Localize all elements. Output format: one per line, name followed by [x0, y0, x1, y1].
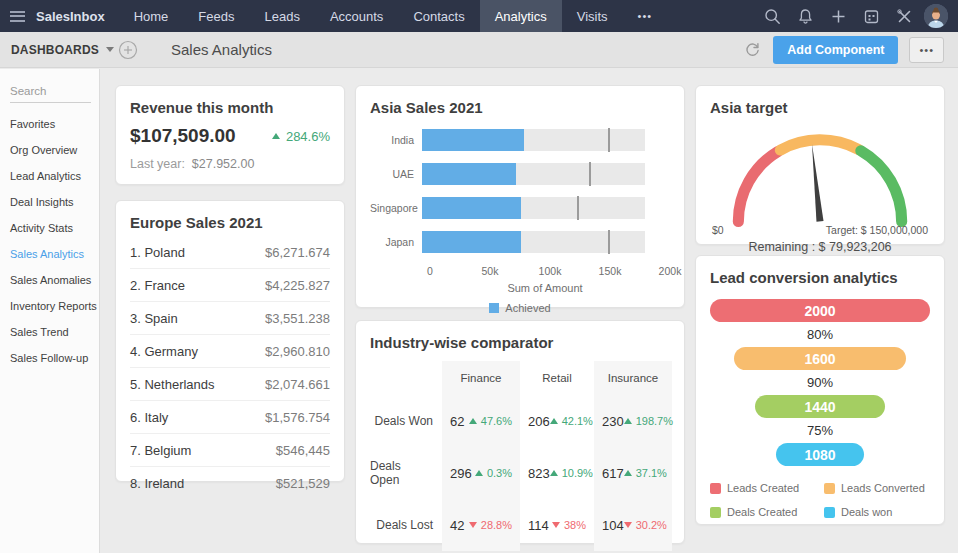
chevron-down-icon: [106, 47, 114, 52]
funnel-drop-pct: 80%: [807, 322, 833, 347]
bullet-row: India: [370, 129, 670, 151]
gauge-target-label: Target: $ 150,000,000: [826, 224, 928, 236]
comparator-cell: 10430.2%: [594, 499, 672, 551]
funnel-chart: 2000 80% 1600 90% 1440 75% 1080: [710, 299, 930, 466]
europe-sales-title: Europe Sales 2021: [130, 214, 330, 231]
asia-sales-card: Asia Sales 2021 India UAE Singapore Japa…: [355, 85, 685, 308]
country-value: $521,529: [276, 476, 330, 491]
up-arrow-icon: [475, 470, 483, 476]
legend-item: Leads Converted: [824, 482, 930, 494]
sidebar-item-sales-follow-up[interactable]: Sales Follow-up: [10, 345, 91, 371]
refresh-icon[interactable]: [744, 41, 762, 59]
country-value: $6,271.674: [265, 245, 330, 260]
bullet-track: [422, 197, 645, 219]
top-navbar: SalesInbox Home Feeds Leads Accounts Con…: [0, 0, 958, 32]
up-arrow-icon: [469, 418, 477, 424]
nav-item-contacts[interactable]: Contacts: [398, 0, 479, 32]
country-label: 4. Germany: [130, 344, 198, 359]
legend-item: Leads Created: [710, 482, 816, 494]
nav-item-leads[interactable]: Leads: [249, 0, 314, 32]
sidebar-item-sales-analytics[interactable]: Sales Analytics: [10, 241, 91, 267]
sidebar-item-favorites[interactable]: Favorites: [10, 111, 91, 137]
bullet-row: Japan: [370, 231, 670, 253]
country-label: 5. Netherlands: [130, 377, 215, 392]
revenue-last-year: Last year: $27.952.00: [130, 157, 330, 171]
sidebar-item-sales-anomalies[interactable]: Sales Anomalies: [10, 267, 91, 293]
bullet-chart: India UAE Singapore Japan 0 50k: [370, 129, 670, 314]
bullet-row: Singapore: [370, 197, 670, 219]
legend-label: Achieved: [505, 302, 550, 314]
search-input[interactable]: [10, 83, 91, 103]
bullet-fill: [422, 163, 516, 185]
table-row: 5. Netherlands$2,074.661: [130, 368, 330, 401]
bullet-track: [422, 231, 645, 253]
revenue-delta: 284.6%: [272, 129, 330, 144]
nav-item-accounts[interactable]: Accounts: [315, 0, 398, 32]
country-value: $4,225.827: [265, 278, 330, 293]
country-value: $546,445: [276, 443, 330, 458]
achieved-swatch: [489, 303, 499, 313]
add-component-button[interactable]: Add Component: [773, 36, 898, 64]
calendar-icon[interactable]: [858, 3, 884, 29]
category-label: India: [370, 134, 422, 146]
bullet-track: [422, 129, 645, 151]
funnel-stage-pill: 1080: [776, 443, 864, 466]
x-axis-label: Sum of Amount: [420, 282, 670, 294]
comparator-cell: 82310.9%: [520, 447, 594, 499]
lead-conversion-card: Lead conversion analytics 2000 80% 1600 …: [695, 255, 945, 525]
comparator-cell: 20642.1%: [520, 395, 594, 447]
sidebar-item-org-overview[interactable]: Org Overview: [10, 137, 91, 163]
nav-utility-icons: [759, 3, 958, 29]
funnel-legend-swatch: [710, 507, 721, 518]
dashboard-content: Revenue this month $107,509.00 284.6% La…: [100, 69, 958, 553]
legend-item: Deals Created: [710, 506, 816, 518]
comparator-cell: 4228.8%: [442, 499, 520, 551]
bullet-fill: [422, 231, 521, 253]
add-plus-icon[interactable]: [825, 3, 851, 29]
row-label: Deals Lost: [370, 499, 442, 551]
sidebar-item-activity-stats[interactable]: Activity Stats: [10, 215, 91, 241]
menu-icon[interactable]: [0, 11, 34, 22]
funnel-title: Lead conversion analytics: [710, 269, 930, 286]
search-icon[interactable]: [759, 3, 785, 29]
sidebar-item-deal-insights[interactable]: Deal Insights: [10, 189, 91, 215]
asia-target-title: Asia target: [710, 99, 930, 116]
row-label: Deals Won: [370, 395, 442, 447]
bullet-target-marker: [589, 162, 591, 186]
x-tick: 0: [427, 265, 433, 277]
add-dashboard-icon[interactable]: [118, 40, 138, 60]
dashboards-dropdown[interactable]: DASHBOARDS: [0, 43, 104, 57]
sidebar-item-sales-trend[interactable]: Sales Trend: [10, 319, 91, 345]
nav-item-visits[interactable]: Visits: [562, 0, 623, 32]
country-value: $1,576.754: [265, 410, 330, 425]
funnel-legend-swatch: [824, 483, 835, 494]
country-value: $2,960.810: [265, 344, 330, 359]
nav-item-feeds[interactable]: Feeds: [183, 0, 249, 32]
user-avatar[interactable]: [924, 4, 948, 28]
nav-item-home[interactable]: Home: [119, 0, 184, 32]
tools-icon[interactable]: [891, 3, 917, 29]
revenue-title: Revenue this month: [130, 99, 330, 116]
x-tick: 200k: [659, 265, 682, 277]
table-row: 7. Belgium$546,445: [130, 434, 330, 467]
europe-sales-card: Europe Sales 2021 1. Poland$6,271.674 2.…: [115, 200, 345, 482]
industry-comparator-card: Industry-wise comparator Finance Retail …: [355, 320, 685, 544]
brand-salesinbox[interactable]: SalesInbox: [34, 9, 119, 24]
comparator-table: Finance Retail Insurance Deals Won 6247.…: [370, 361, 670, 551]
table-row: 4. Germany$2,960.810: [130, 335, 330, 368]
sidebar-item-lead-analytics[interactable]: Lead Analytics: [10, 163, 91, 189]
comparator-cell: 11438%: [520, 499, 594, 551]
sidebar-item-inventory-reports[interactable]: Inventory Reports: [10, 293, 91, 319]
notifications-bell-icon[interactable]: [792, 3, 818, 29]
bullet-fill: [422, 197, 521, 219]
header-more-button[interactable]: •••: [909, 37, 944, 63]
x-tick: 50k: [482, 265, 499, 277]
x-tick: 100k: [539, 265, 562, 277]
sidebar: Favorites Org Overview Lead Analytics De…: [0, 69, 100, 553]
country-value: $2,074.661: [265, 377, 330, 392]
nav-item-analytics[interactable]: Analytics: [480, 0, 562, 32]
gauge-remaining-label: Remaining : $ 79,923,206: [710, 240, 930, 254]
x-axis: 0 50k 100k 150k 200k: [430, 265, 670, 279]
asia-target-card: Asia target $0 Target: $ 150,000,000 Rem…: [695, 85, 945, 245]
nav-more-icon[interactable]: •••: [623, 0, 668, 32]
